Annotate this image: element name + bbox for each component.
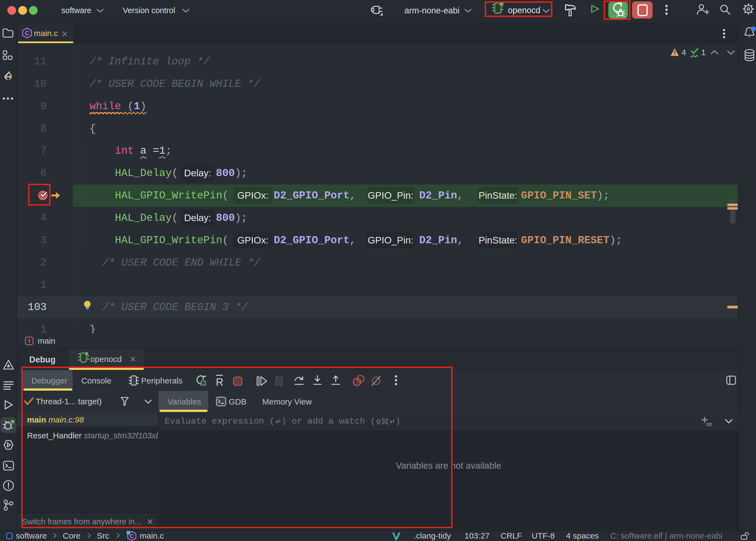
svg-text:C: C	[25, 30, 29, 37]
svg-text:C: C	[130, 533, 134, 539]
svg-text:f: f	[28, 338, 31, 344]
